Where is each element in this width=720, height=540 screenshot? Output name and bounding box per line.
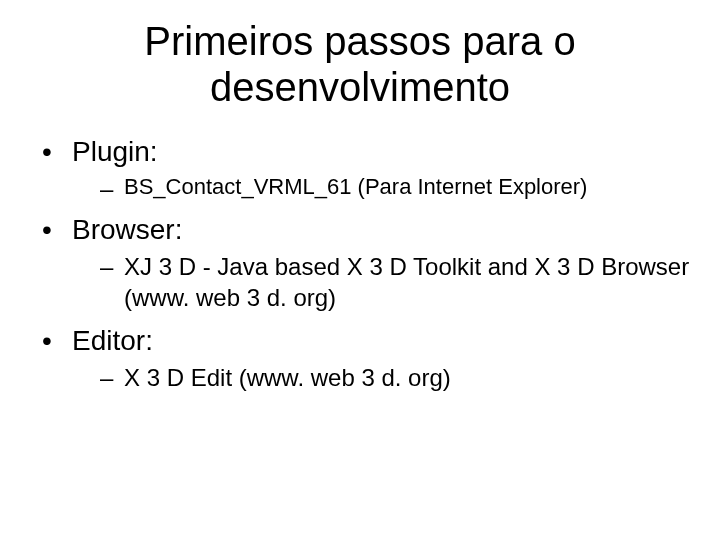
list-item-label: Browser: xyxy=(72,214,182,245)
list-item: Plugin: BS_Contact_VRML_61 (Para Interne… xyxy=(38,134,690,202)
slide-title: Primeiros passos para o desenvolvimento xyxy=(30,18,690,110)
sub-list-item: BS_Contact_VRML_61 (Para Internet Explor… xyxy=(100,173,690,202)
sub-list: X 3 D Edit (www. web 3 d. org) xyxy=(72,362,690,393)
list-item: Browser: XJ 3 D - Java based X 3 D Toolk… xyxy=(38,212,690,313)
list-item-label: Editor: xyxy=(72,325,153,356)
list-item-label: Plugin: xyxy=(72,136,158,167)
sub-list-item: X 3 D Edit (www. web 3 d. org) xyxy=(100,362,690,393)
slide: Primeiros passos para o desenvolvimento … xyxy=(0,0,720,540)
sub-list: XJ 3 D - Java based X 3 D Toolkit and X … xyxy=(72,251,690,313)
sub-list-item: XJ 3 D - Java based X 3 D Toolkit and X … xyxy=(100,251,690,313)
sub-list: BS_Contact_VRML_61 (Para Internet Explor… xyxy=(72,173,690,202)
bullet-list: Plugin: BS_Contact_VRML_61 (Para Interne… xyxy=(30,134,690,393)
list-item: Editor: X 3 D Edit (www. web 3 d. org) xyxy=(38,323,690,393)
